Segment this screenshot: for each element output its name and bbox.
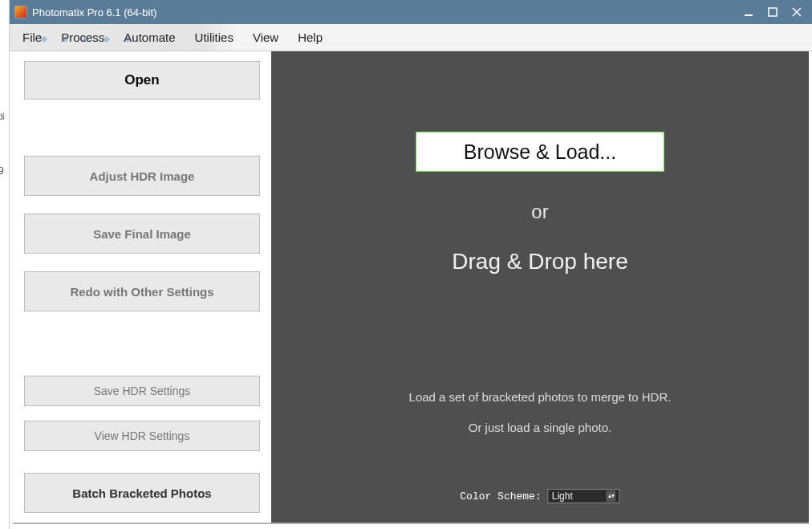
- menu-help[interactable]: Help: [298, 31, 323, 44]
- color-scheme-control: Color Scheme: Light ▴▾: [460, 489, 619, 503]
- menu-file[interactable]: File: [22, 31, 42, 44]
- close-button[interactable]: [790, 5, 804, 19]
- bg-text-fragment: di: [0, 112, 5, 121]
- svg-rect-1: [769, 8, 777, 16]
- drag-drop-label: Drag & Drop here: [452, 249, 627, 275]
- menu-utilities[interactable]: Utilities: [195, 31, 233, 44]
- or-label: or: [531, 201, 548, 223]
- browse-load-button[interactable]: Browse & Load...: [416, 132, 664, 172]
- menu-view[interactable]: View: [253, 31, 278, 44]
- save-final-button[interactable]: Save Final Image: [24, 214, 260, 254]
- color-scheme-label: Color Scheme:: [460, 490, 541, 503]
- menu-process[interactable]: Process: [61, 31, 104, 44]
- hint-bracketed: Load a set of bracketed photos to merge …: [409, 390, 672, 404]
- color-scheme-value: Light: [552, 490, 573, 502]
- adjust-hdr-button[interactable]: Adjust HDR Image: [24, 156, 260, 196]
- minimize-button[interactable]: [741, 5, 756, 19]
- watermark-artifact: [34, 31, 202, 45]
- window-title: Photomatix Pro 6.1 (64-bit): [32, 6, 156, 18]
- hint-single: Or just load a single photo.: [469, 421, 611, 434]
- close-icon: [792, 7, 802, 17]
- content-area: Open Adjust HDR Image Save Final Image R…: [13, 51, 809, 524]
- menu-automate[interactable]: Automate: [124, 31, 175, 44]
- chevron-updown-icon: ▴▾: [607, 490, 616, 502]
- sidebar: Open Adjust HDR Image Save Final Image R…: [13, 51, 271, 523]
- redo-settings-button[interactable]: Redo with Other Settings: [24, 271, 260, 311]
- save-hdr-settings-button[interactable]: Save HDR Settings: [24, 376, 260, 406]
- background-window-edge: di 9: [0, 0, 10, 529]
- bg-text-fragment: 9: [0, 165, 4, 177]
- minimize-icon: [744, 7, 753, 17]
- view-hdr-settings-button[interactable]: View HDR Settings: [24, 421, 260, 451]
- dropzone[interactable]: Browse & Load... or Drag & Drop here Loa…: [271, 51, 809, 523]
- color-scheme-select[interactable]: Light ▴▾: [548, 489, 620, 503]
- titlebar[interactable]: Photomatix Pro 6.1 (64-bit): [10, 0, 812, 24]
- menubar: File Process Automate Utilities View Hel…: [10, 24, 812, 51]
- batch-bracketed-button[interactable]: Batch Bracketed Photos: [24, 473, 260, 513]
- app-window: Photomatix Pro 6.1 (64-bit) File Process…: [10, 0, 812, 529]
- maximize-button[interactable]: [765, 5, 780, 19]
- app-icon: [14, 6, 27, 18]
- open-button[interactable]: Open: [24, 61, 260, 100]
- maximize-icon: [768, 7, 777, 17]
